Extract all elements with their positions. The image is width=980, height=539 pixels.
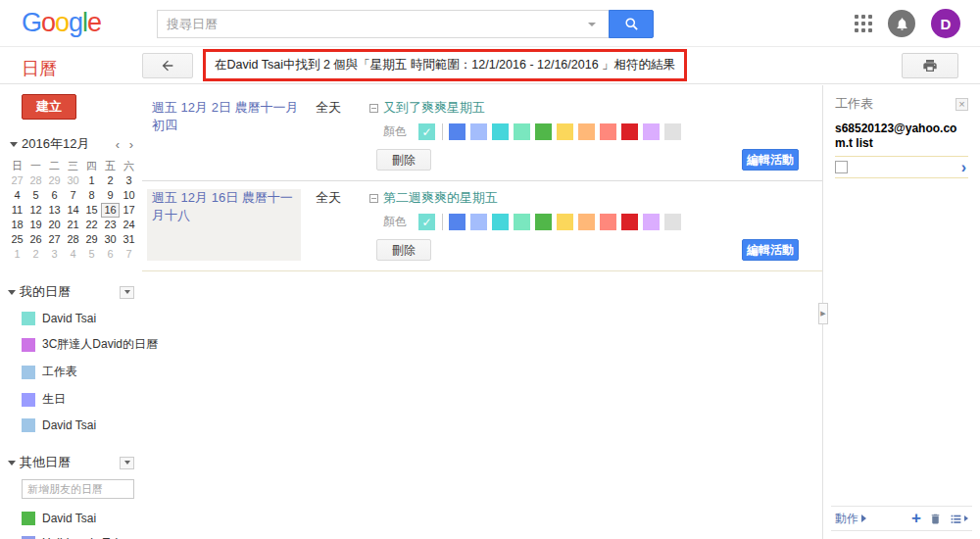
mini-calendar-day[interactable]: 21	[64, 218, 82, 232]
mini-calendar-day[interactable]: 6	[45, 188, 64, 203]
account-avatar[interactable]: D	[931, 9, 960, 38]
task-chevron-icon[interactable]: ›	[961, 161, 966, 173]
task-checkbox[interactable]	[835, 161, 848, 173]
my-calendars-menu-button[interactable]	[120, 286, 134, 299]
color-swatch[interactable]	[470, 123, 487, 140]
google-logo[interactable]: Google	[22, 8, 101, 38]
close-icon[interactable]: ×	[956, 98, 968, 111]
mini-calendar-day[interactable]: 24	[120, 218, 138, 232]
calendar-list-item[interactable]: 生日	[22, 391, 142, 408]
other-calendars-collapse-icon[interactable]	[8, 461, 16, 466]
delete-button[interactable]: 刪除	[376, 239, 431, 261]
create-event-button[interactable]: 建立	[22, 94, 76, 120]
color-swatch[interactable]	[664, 123, 681, 140]
mini-calendar-day[interactable]: 5	[82, 247, 101, 262]
color-swatch[interactable]	[643, 123, 660, 140]
calendar-list-item[interactable]: David Tsai	[22, 418, 142, 432]
edit-event-button[interactable]: 編輯活動	[742, 239, 799, 261]
back-button[interactable]	[142, 53, 193, 78]
mini-calendar-day[interactable]: 22	[82, 218, 101, 232]
color-swatch[interactable]	[643, 214, 660, 230]
mini-calendar-day[interactable]: 27	[8, 173, 26, 188]
event-title-link[interactable]: 又到了爽爽星期五	[383, 99, 485, 117]
add-friend-calendar-input[interactable]	[22, 479, 134, 499]
collapse-event-icon[interactable]	[369, 194, 378, 203]
color-swatch[interactable]	[535, 214, 552, 230]
delete-task-button[interactable]	[929, 513, 942, 525]
mini-calendar-day[interactable]: 28	[64, 232, 82, 247]
add-task-button[interactable]: +	[911, 512, 921, 525]
color-swatch[interactable]	[578, 214, 595, 230]
color-swatch[interactable]	[600, 214, 616, 230]
mini-calendar-day[interactable]: 5	[26, 188, 45, 203]
delete-button[interactable]: 刪除	[376, 149, 431, 171]
mini-calendar-day[interactable]: 4	[64, 247, 82, 262]
color-swatch[interactable]	[514, 123, 530, 140]
mini-calendar-day[interactable]: 30	[101, 232, 120, 247]
calendar-list-item[interactable]: 工作表	[22, 364, 142, 380]
mini-calendar-day[interactable]: 29	[45, 173, 64, 188]
mini-calendar-collapse-icon[interactable]	[10, 142, 18, 147]
mini-calendar-day[interactable]: 8	[82, 188, 101, 203]
color-swatch[interactable]	[621, 123, 638, 140]
search-dropdown-caret-icon[interactable]	[588, 23, 596, 26]
mini-calendar-day[interactable]: 13	[45, 203, 64, 218]
selected-color-swatch[interactable]: ✓	[418, 123, 435, 140]
color-swatch[interactable]	[492, 123, 509, 140]
mini-calendar-day[interactable]: 19	[26, 218, 45, 232]
color-swatch[interactable]	[664, 214, 681, 230]
mini-calendar-day[interactable]: 18	[8, 218, 26, 232]
mini-calendar-day[interactable]: 17	[120, 203, 138, 218]
color-swatch[interactable]	[470, 214, 487, 230]
mini-calendar-day[interactable]: 16	[101, 203, 120, 218]
mini-calendar-day[interactable]: 6	[101, 247, 120, 262]
other-calendars-menu-button[interactable]	[120, 457, 134, 469]
selected-color-swatch[interactable]: ✓	[418, 214, 435, 230]
mini-calendar-next-button[interactable]: ›	[126, 137, 136, 152]
collapse-panel-handle[interactable]: ▶	[818, 303, 828, 324]
calendar-list-item[interactable]: David Tsai	[22, 312, 142, 325]
mini-calendar-day[interactable]: 23	[101, 218, 120, 232]
mini-calendar-day[interactable]: 28	[26, 173, 45, 188]
search-button[interactable]	[609, 10, 654, 38]
color-swatch[interactable]	[449, 123, 466, 140]
actions-menu-button[interactable]: 動作	[835, 511, 866, 527]
mini-calendar-day[interactable]: 2	[101, 173, 120, 188]
mini-calendar-day[interactable]: 14	[64, 203, 82, 218]
mini-calendar-day[interactable]: 2	[26, 247, 45, 262]
mini-calendar-day[interactable]: 27	[45, 232, 64, 247]
mini-calendar-prev-button[interactable]: ‹	[113, 137, 122, 152]
mini-calendar-day[interactable]: 30	[64, 173, 82, 188]
color-swatch[interactable]	[557, 214, 573, 230]
collapse-event-icon[interactable]	[369, 104, 378, 113]
calendar-list-item[interactable]: David Tsai	[22, 512, 142, 525]
color-swatch[interactable]	[449, 214, 466, 230]
mini-calendar-day[interactable]: 10	[120, 188, 138, 203]
my-calendars-collapse-icon[interactable]	[8, 290, 16, 295]
notifications-button[interactable]	[888, 10, 915, 37]
mini-calendar-day[interactable]: 12	[26, 203, 45, 218]
mini-calendar-day[interactable]: 11	[8, 203, 26, 218]
color-swatch[interactable]	[557, 123, 573, 140]
mini-calendar-day[interactable]: 26	[26, 232, 45, 247]
mini-calendar-day[interactable]: 25	[8, 232, 26, 247]
event-date-link[interactable]: 週五 12月 2日 農曆十一月初四	[147, 99, 301, 171]
event-date-link[interactable]: 週五 12月 16日 農曆十一月十八	[147, 189, 301, 261]
mini-calendar-day[interactable]: 3	[120, 173, 138, 188]
mini-calendar-day[interactable]: 9	[101, 188, 120, 203]
mini-calendar-day[interactable]: 20	[45, 218, 64, 232]
print-button[interactable]	[902, 53, 958, 78]
mini-calendar-day[interactable]: 7	[64, 188, 82, 203]
task-list-menu-button[interactable]	[950, 513, 968, 525]
color-swatch[interactable]	[578, 123, 595, 140]
search-input[interactable]	[157, 10, 609, 38]
color-swatch[interactable]	[492, 214, 509, 230]
color-swatch[interactable]	[600, 123, 616, 140]
mini-calendar-day[interactable]: 1	[8, 247, 26, 262]
mini-calendar-day[interactable]: 31	[120, 232, 138, 247]
color-swatch[interactable]	[514, 214, 530, 230]
color-swatch[interactable]	[621, 214, 638, 230]
calendar-list-item[interactable]: 3C胖達人David的日曆	[22, 336, 142, 353]
event-title-link[interactable]: 第二週爽爽的星期五	[383, 189, 498, 207]
mini-calendar-day[interactable]: 3	[45, 247, 64, 262]
